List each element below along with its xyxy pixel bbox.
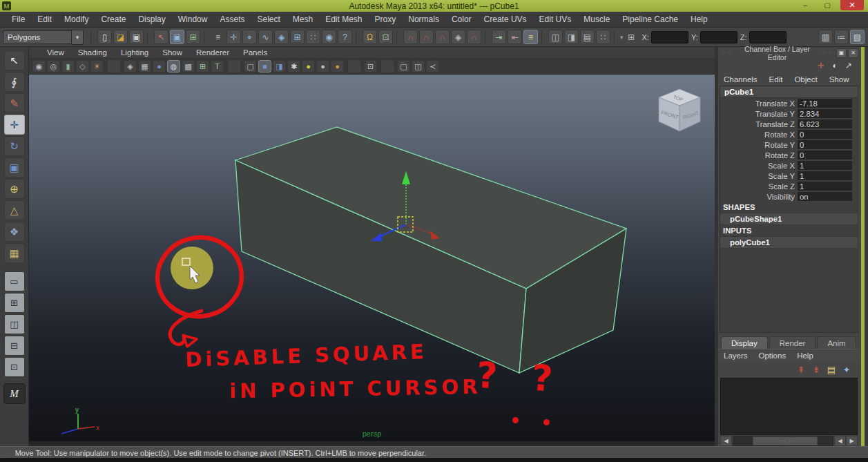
construction-history-icon[interactable]: ≡: [523, 30, 538, 44]
mask-joints-icon[interactable]: ⌖: [242, 30, 257, 44]
input-node-row[interactable]: polyCube1: [720, 236, 858, 249]
make-live-icon[interactable]: ∩: [467, 30, 481, 44]
shape-node-row[interactable]: pCubeShape1: [720, 213, 858, 225]
panel-menu-item[interactable]: Shading: [71, 48, 114, 57]
layer-editor-menu-item[interactable]: Layers: [724, 352, 748, 360]
select-hierarchy-mode-icon[interactable]: ↖: [154, 30, 168, 44]
layer-editor-menu-item[interactable]: Help: [797, 352, 813, 360]
field-chart-icon[interactable]: T: [211, 60, 224, 73]
gray-ball-shading-icon[interactable]: ●: [316, 60, 329, 73]
minimize-button[interactable]: –: [796, 0, 814, 10]
panel-grip[interactable]: ⁘⁘: [822, 50, 833, 56]
smooth-shade-icon[interactable]: ■: [258, 60, 271, 73]
channel-label[interactable]: Translate Y: [720, 110, 798, 118]
axis-tripod-icon[interactable]: ✛: [815, 59, 827, 72]
menu-item[interactable]: Create: [95, 15, 132, 24]
textured-display-icon[interactable]: ◨: [273, 60, 286, 73]
channel-box-menu-item[interactable]: Edit: [769, 75, 783, 84]
hypershade-layout-button[interactable]: ⊡: [4, 357, 25, 377]
maya-logo[interactable]: M: [3, 383, 26, 404]
grid-toggle-icon[interactable]: ◈: [124, 60, 137, 73]
create-layer-from-selected-icon[interactable]: ✦: [840, 363, 853, 377]
select-camera-icon[interactable]: ◉: [32, 60, 46, 73]
menu-item[interactable]: Window: [172, 15, 214, 24]
chevron-down-icon[interactable]: ▾: [620, 34, 624, 41]
coord-input[interactable]: [749, 31, 787, 44]
image-plane-icon[interactable]: ◇: [76, 60, 89, 73]
film-gate-icon[interactable]: ▦: [138, 60, 151, 73]
menu-set-value[interactable]: Polygons: [3, 30, 71, 44]
perspective-viewport[interactable]: y x TOP FRONT RIGHT DiSABLE SQUARE iN PO…: [29, 75, 715, 441]
contrast-toggle-icon[interactable]: ◐: [829, 59, 841, 72]
persp-graph-layout-button[interactable]: ⊟: [4, 336, 25, 356]
channel-box-menu-item[interactable]: Object: [794, 75, 817, 84]
channel-label[interactable]: Rotate Z: [720, 151, 798, 160]
panel-menu-item[interactable]: Panels: [236, 48, 274, 57]
open-scene-icon[interactable]: ◪: [113, 30, 128, 44]
open-render-view-icon[interactable]: ◫: [548, 30, 563, 44]
mask-rendering-icon[interactable]: ◉: [322, 30, 336, 44]
scale-tool[interactable]: ▣: [4, 157, 25, 177]
mask-surfaces-icon[interactable]: ◈: [274, 30, 289, 44]
move-tool[interactable]: ✛: [4, 115, 25, 135]
menu-item[interactable]: Edit UVs: [533, 15, 578, 24]
menu-item[interactable]: Normals: [402, 15, 445, 24]
channel-box-toggle-icon[interactable]: ▧: [850, 30, 865, 44]
channel-box-menu-item[interactable]: Channels: [724, 75, 758, 84]
soft-modification-tool[interactable]: △: [4, 200, 25, 220]
channel-value-field[interactable]: 0: [798, 130, 852, 139]
two-sided-lighting-icon[interactable]: ☀: [90, 60, 104, 73]
channel-label[interactable]: Translate Z: [720, 120, 798, 128]
channel-label[interactable]: Scale X: [720, 162, 798, 170]
menu-item[interactable]: Create UVs: [478, 15, 533, 24]
close-button[interactable]: ✕: [840, 0, 864, 10]
scroll-left-icon[interactable]: ◀: [720, 436, 732, 446]
menu-item[interactable]: Modify: [58, 15, 95, 24]
rotate-tool[interactable]: ↻: [4, 136, 25, 156]
mask-misc-icon[interactable]: ?: [338, 30, 352, 44]
snap-grid-icon[interactable]: ∩: [403, 30, 418, 44]
menu-item[interactable]: Proxy: [369, 15, 403, 24]
arrow-indicator-icon[interactable]: ↗: [842, 59, 855, 72]
select-component-mode-icon[interactable]: ⊞: [186, 30, 200, 44]
checker-icon[interactable]: ▩: [182, 60, 195, 73]
render-current-frame-icon[interactable]: ◨: [564, 30, 579, 44]
menu-item[interactable]: Display: [132, 15, 171, 24]
scroll-track[interactable]: ⁘⁘⁘: [733, 436, 833, 446]
coord-input[interactable]: [651, 31, 688, 44]
four-pane-layout-button[interactable]: ⊞: [4, 293, 25, 313]
save-scene-icon[interactable]: ▣: [129, 30, 144, 44]
last-tool-poly-cube[interactable]: ▦: [4, 243, 25, 263]
move-layer-up-icon[interactable]: ⇞: [794, 363, 808, 377]
bookmarks-icon[interactable]: ▮: [61, 60, 75, 73]
channel-label[interactable]: Translate X: [720, 99, 798, 108]
persp-outliner-layout-button[interactable]: ◫: [4, 314, 25, 334]
snap-stack-icon[interactable]: ≡: [211, 30, 225, 44]
layer-editor-menu-item[interactable]: Options: [759, 352, 787, 360]
create-empty-layer-icon[interactable]: ▤: [824, 363, 838, 377]
pcube1-object[interactable]: [235, 127, 626, 373]
paint-selection-tool[interactable]: ✎: [4, 93, 25, 113]
select-tool[interactable]: ↖: [4, 50, 25, 70]
channel-value-field[interactable]: 1: [798, 182, 852, 191]
channel-label[interactable]: Scale Z: [720, 182, 798, 191]
shaded-sphere-icon[interactable]: ●: [153, 60, 166, 73]
use-all-lights-icon[interactable]: ✱: [287, 60, 300, 73]
wire-cube-icon[interactable]: ▢: [397, 60, 410, 73]
menu-item[interactable]: Assets: [213, 15, 251, 24]
snap-view-plane-icon[interactable]: ◈: [451, 30, 465, 44]
render-settings-icon[interactable]: ∷: [596, 30, 610, 44]
panel-menu-item[interactable]: Lighting: [114, 48, 155, 57]
layer-list[interactable]: [720, 378, 858, 435]
single-pane-layout-button[interactable]: ▭: [4, 271, 25, 291]
channel-value-field[interactable]: 6.623: [798, 119, 852, 128]
snap-point-icon[interactable]: ∩: [435, 30, 450, 44]
isolate-select-icon[interactable]: ⊡: [364, 60, 377, 73]
panel-grip[interactable]: ⁘⁘: [721, 50, 733, 56]
highlight-selection-icon[interactable]: ⊡: [378, 30, 393, 44]
tab-display[interactable]: Display: [721, 336, 768, 349]
snap-curve-icon[interactable]: ∩: [419, 30, 434, 44]
absolute-transform-icon[interactable]: ⊞: [624, 30, 639, 44]
lasso-tool[interactable]: ∮: [4, 72, 25, 92]
view-cube[interactable]: TOP FRONT RIGHT: [659, 89, 700, 131]
